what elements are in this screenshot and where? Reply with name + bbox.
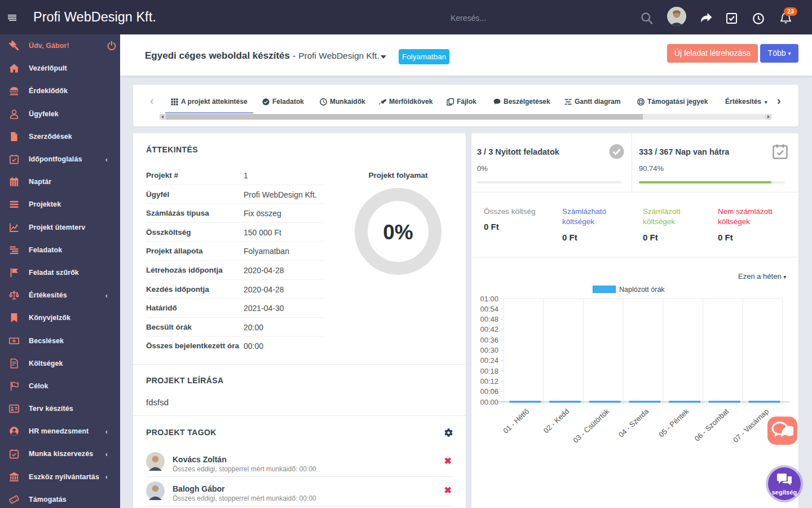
svg-text:00:42: 00:42 [480,325,498,334]
svg-text:00:36: 00:36 [480,336,498,344]
svg-text:00:24: 00:24 [480,356,498,365]
svg-text:00:12: 00:12 [480,377,498,386]
svg-text:01:00: 01:00 [480,295,498,303]
svg-text:00:48: 00:48 [480,315,498,323]
svg-text:00:06: 00:06 [480,387,498,396]
svg-text:00:18: 00:18 [480,367,498,375]
svg-text:00:30: 00:30 [480,346,498,354]
svg-text:00:54: 00:54 [480,305,498,313]
svg-text:00:00: 00:00 [480,398,498,406]
